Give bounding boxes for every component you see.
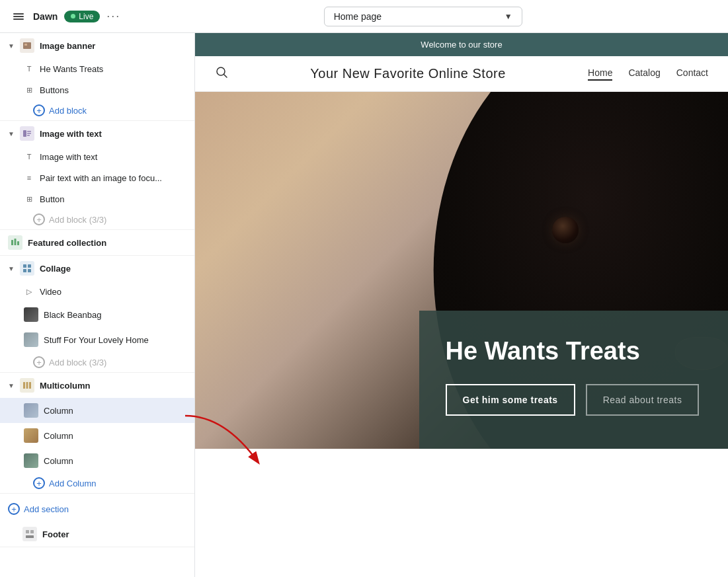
image-banner-label: Image banner	[40, 41, 96, 51]
svg-rect-13	[28, 264, 31, 268]
svg-rect-14	[23, 269, 26, 272]
collage-section: ▼ Collage ▷ Video Black Beanbag Stuff Fo…	[0, 256, 194, 373]
expand-arrow-multicolumn: ▼	[8, 382, 15, 389]
image-with-text-header[interactable]: ▼ Image with text	[0, 121, 194, 146]
main-area: ▼ Image banner T He Wants Treats ⊞ Butto…	[0, 33, 728, 577]
col3-thumb	[24, 453, 38, 468]
add-section-btn[interactable]: + Add section	[0, 496, 194, 521]
nav-link-home[interactable]: Home	[588, 67, 612, 81]
search-icon[interactable]	[215, 65, 228, 82]
block-black-beanbag[interactable]: Black Beanbag	[0, 302, 194, 327]
add-block-label: Add block	[49, 106, 87, 116]
hero-section: He Wants Treats Get him some treats Read…	[195, 92, 728, 449]
hero-buttons: Get him some treats Read about treats	[446, 384, 702, 416]
announce-text: Welcome to our store	[421, 40, 502, 50]
block-column-1[interactable]: Column	[0, 398, 194, 423]
add-column-label: Add Column	[49, 479, 97, 488]
live-badge: Live	[64, 11, 100, 22]
add-section-label: Add section	[24, 504, 69, 514]
svg-rect-9	[11, 240, 13, 245]
svg-rect-7	[27, 133, 31, 134]
svg-rect-3	[23, 42, 31, 49]
footer-header[interactable]: Footer	[0, 521, 194, 547]
block-video-label: Video	[40, 287, 61, 297]
featured-collection-header[interactable]: Featured collection	[0, 230, 194, 255]
block-column-3-label: Column	[44, 456, 73, 466]
preview-inner: Welcome to our store Your New Favorite O…	[195, 33, 728, 577]
col2-thumb	[24, 428, 38, 443]
nav-link-catalog[interactable]: Catalog	[628, 67, 660, 81]
block-black-beanbag-label: Black Beanbag	[44, 310, 101, 320]
block-column-2[interactable]: Column	[0, 423, 194, 448]
store-title: Your New Favorite Online Store	[310, 66, 506, 81]
more-options-icon[interactable]: ···	[106, 9, 120, 23]
featured-collection-section: Featured collection	[0, 230, 194, 256]
top-bar-left: Dawn Live ···	[11, 9, 120, 24]
add-column-btn[interactable]: + Add Column	[0, 473, 194, 493]
hero-overlay: He Wants Treats Get him some treats Read…	[419, 311, 728, 449]
svg-rect-17	[26, 382, 28, 389]
buttons-block-icon: ⊞	[24, 85, 34, 95]
block-he-wants-treats[interactable]: T He Wants Treats	[0, 58, 194, 79]
hero-btn-secondary[interactable]: Read about treats	[586, 384, 700, 416]
preview-area: Welcome to our store Your New Favorite O…	[195, 33, 728, 577]
svg-rect-16	[23, 382, 25, 389]
image-with-text-icon	[20, 126, 34, 141]
black-beanbag-thumb	[24, 307, 38, 322]
footer-label: Footer	[42, 529, 69, 539]
block-image-with-text[interactable]: T Image with text	[0, 146, 194, 167]
page-selector[interactable]: Home page ▼	[324, 7, 522, 26]
top-bar-center: Home page ▼	[128, 7, 717, 26]
footer-icon	[22, 527, 37, 541]
back-icon[interactable]	[11, 9, 26, 24]
chevron-down-icon: ▼	[505, 12, 512, 21]
block-stuff-lovely-label: Stuff For Your Lovely Home	[44, 335, 149, 345]
hero-title: He Wants Treats	[446, 337, 702, 365]
expand-arrow-image-banner: ▼	[8, 42, 15, 50]
store-nav: Your New Favorite Online Store Home Cata…	[195, 56, 728, 92]
add-block-collage-disabled: + Add block (3/3)	[0, 352, 194, 372]
add-block-image-banner[interactable]: + Add block	[0, 100, 194, 120]
expand-arrow-collage: ▼	[8, 265, 15, 272]
announce-bar: Welcome to our store	[195, 33, 728, 56]
svg-rect-19	[26, 535, 34, 538]
block-column-3[interactable]: Column	[0, 448, 194, 473]
add-section-plus-icon: +	[8, 503, 20, 515]
hero-btn-primary[interactable]: Get him some treats	[446, 384, 575, 416]
store-name: Dawn	[33, 11, 58, 22]
svg-rect-10	[15, 239, 17, 245]
image-banner-header[interactable]: ▼ Image banner	[0, 33, 194, 58]
collage-icon	[20, 261, 34, 276]
multicolumn-header[interactable]: ▼ Multicolumn	[0, 373, 194, 398]
block-pair-text[interactable]: ≡ Pair text with an image to focu...	[0, 167, 194, 188]
block-buttons-label: Buttons	[40, 85, 69, 95]
text-block-icon2: T	[24, 151, 34, 162]
col1-thumb	[24, 403, 38, 418]
svg-rect-2	[13, 19, 24, 20]
svg-rect-15	[28, 269, 31, 272]
add-block-image-text-disabled: + Add block (3/3)	[0, 210, 194, 229]
collage-header[interactable]: ▼ Collage	[0, 256, 194, 281]
text-block-icon: T	[24, 63, 34, 74]
video-block-icon: ▷	[24, 286, 34, 297]
multicolumn-section: ▼ Multicolumn Column Column Column + Add	[0, 373, 194, 494]
block-image-text-label: Image with text	[40, 152, 97, 162]
page-selector-text: Home page	[334, 11, 382, 22]
svg-rect-6	[27, 131, 31, 132]
multicolumn-label: Multicolumn	[40, 381, 91, 391]
block-video[interactable]: ▷ Video	[0, 281, 194, 302]
add-block-collage-label: Add block (3/3)	[49, 358, 106, 367]
block-stuff-lovely-home[interactable]: Stuff For Your Lovely Home	[0, 327, 194, 352]
block-button[interactable]: ⊞ Button	[0, 188, 194, 210]
featured-collection-label: Featured collection	[28, 238, 106, 248]
featured-collection-icon	[8, 235, 22, 250]
nav-link-contact[interactable]: Contact	[676, 67, 708, 81]
image-banner-icon	[20, 38, 34, 53]
stuff-lovely-thumb	[24, 332, 38, 347]
image-banner-section: ▼ Image banner T He Wants Treats ⊞ Butto…	[0, 33, 194, 121]
add-column-icon: +	[33, 477, 45, 489]
block-buttons[interactable]: ⊞ Buttons	[0, 79, 194, 100]
svg-rect-4	[24, 44, 27, 46]
multicolumn-icon	[20, 378, 34, 393]
expand-arrow-image-text: ▼	[8, 130, 15, 137]
